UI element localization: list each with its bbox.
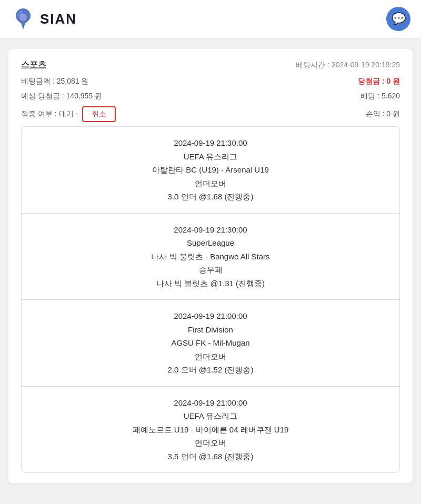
match-teams-4: 페예노르트 U19 - 바이에른 04 레버쿠젠 U19 [30, 423, 391, 437]
main-content: 스포츠 베팅시간 : 2024-09-19 20:19:25 베팅금액 : 25… [0, 38, 421, 502]
odds-value: 배당 : 5.620 [360, 92, 400, 101]
match-type-2: 승무패 [30, 263, 391, 277]
win-amount-value: 당첨금 : 0 원 [358, 77, 400, 86]
match-type-3: 언더오버 [30, 350, 391, 364]
profit-label: 손익 : 0 원 [366, 109, 400, 119]
expected-win-row: 예상 당첨금 : 140,955 원 배당 : 5.620 [21, 92, 400, 101]
match-item: 2024-09-19 21:00:00 First Division AGSU … [22, 300, 399, 387]
match-odds-1: 3.0 언더 @1.68 (진행중) [30, 190, 391, 204]
chat-button[interactable]: 💬 [386, 7, 410, 31]
match-datetime-3: 2024-09-19 21:00:00 [30, 309, 391, 323]
status-row: 적중 여부 : 대기 - 취소 손익 : 0 원 [21, 106, 400, 122]
match-teams-1: 아탈란타 BC (U19) - Arsenal U19 [30, 163, 391, 177]
logo-container: SIAN [11, 6, 77, 32]
match-item: 2024-09-19 21:30:00 SuperLeague 나사 빅 불릿츠… [22, 214, 399, 300]
bet-amount-row: 베팅금액 : 25,081 원 당첨금 : 0 원 [21, 77, 400, 86]
matches-container: 2024-09-19 21:30:00 UEFA 유스리그 아탈란타 BC (U… [21, 126, 400, 473]
match-teams-2: 나사 빅 불릿츠 - Bangwe All Stars [30, 250, 391, 264]
chat-icon: 💬 [392, 12, 406, 26]
match-datetime-1: 2024-09-19 21:30:00 [30, 136, 391, 150]
expected-win-label: 예상 당첨금 : 140,955 원 [21, 92, 102, 101]
cancel-button[interactable]: 취소 [82, 106, 116, 122]
card-header-row: 스포츠 베팅시간 : 2024-09-19 20:19:25 [21, 59, 400, 70]
logo-icon [11, 6, 36, 32]
match-league-1: UEFA 유스리그 [30, 150, 391, 164]
match-item: 2024-09-19 21:00:00 UEFA 유스리그 페예노르트 U19 … [22, 387, 399, 473]
match-type-1: 언더오버 [30, 177, 391, 190]
logo-text: SIAN [40, 11, 77, 27]
bet-amount-label: 베팅금액 : 25,081 원 [21, 77, 88, 86]
match-league-4: UEFA 유스리그 [30, 409, 391, 423]
sports-label: 스포츠 [21, 59, 46, 70]
match-datetime-4: 2024-09-19 21:00:00 [30, 396, 391, 410]
match-item: 2024-09-19 21:30:00 UEFA 유스리그 아탈란타 BC (U… [22, 127, 399, 214]
match-teams-3: AGSU FK - Mil-Mugan [30, 336, 391, 350]
match-odds-3: 2.0 오버 @1.52 (진행중) [30, 363, 391, 377]
match-league-3: First Division [30, 323, 391, 337]
bet-time: 베팅시간 : 2024-09-19 20:19:25 [296, 61, 400, 70]
match-league-2: SuperLeague [30, 236, 391, 250]
status-left: 적중 여부 : 대기 - 취소 [21, 106, 116, 122]
match-odds-2: 나사 빅 불릿츠 @1.31 (진행중) [30, 277, 391, 290]
match-type-4: 언더오버 [30, 436, 391, 450]
match-datetime-2: 2024-09-19 21:30:00 [30, 223, 391, 237]
match-odds-4: 3.5 언더 @1.68 (진행중) [30, 450, 391, 463]
status-label: 적중 여부 : 대기 - [21, 109, 78, 119]
header: SIAN 💬 [0, 0, 421, 38]
bet-info-card: 스포츠 베팅시간 : 2024-09-19 20:19:25 베팅금액 : 25… [8, 49, 413, 483]
